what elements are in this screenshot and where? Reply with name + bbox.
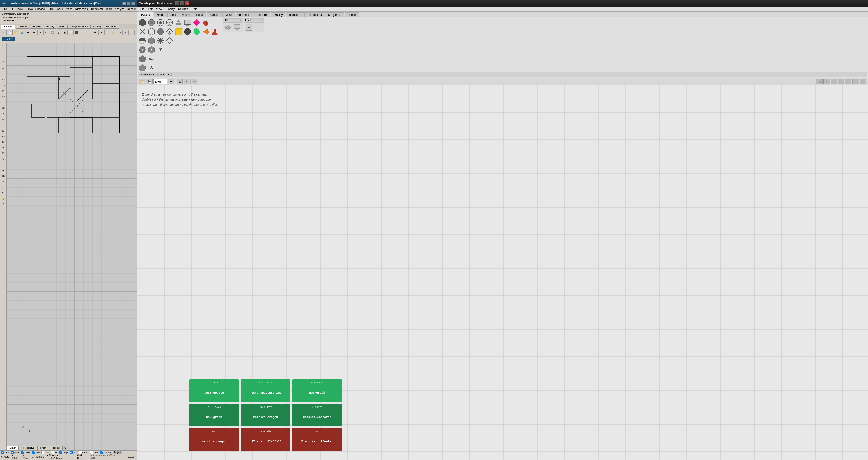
tool-cut[interactable]: ✂: [37, 30, 43, 35]
gh-param-circle1-icon[interactable]: [147, 18, 156, 27]
gh-param-upload-icon[interactable]: [174, 18, 183, 27]
rhino-tab-cplanes[interactable]: CPlanes: [16, 25, 29, 29]
gh-param-yellow-icon[interactable]: [174, 27, 183, 36]
gh-util-arrow-right-icon[interactable]: [223, 23, 232, 32]
tool-paste[interactable]: 📋: [50, 30, 55, 35]
snap-quad-checkbox[interactable]: [79, 451, 82, 454]
rhino-maximize-btn[interactable]: □: [127, 2, 130, 5]
gh-tile-dataset-generator[interactable]: > month DatasetGenerator: [292, 404, 342, 426]
gh-minimize-btn[interactable]: —: [176, 1, 180, 5]
gh-tab-sets[interactable]: Sets: [167, 12, 179, 17]
rhino-menu-transform[interactable]: Transform: [89, 7, 104, 11]
rhino-command-prompt[interactable]: Command:: [2, 19, 135, 22]
rhino-menu-subd[interactable]: SubD: [46, 7, 56, 11]
rhino-viewport-area[interactable]: y x: [6, 43, 137, 450]
rhino-tab-setview[interactable]: Set View: [30, 25, 43, 29]
rhino-menu-solid[interactable]: Solid: [56, 7, 64, 11]
gh-param-flask-icon[interactable]: [211, 27, 219, 36]
rhino-menu-dimension[interactable]: Dimension: [74, 7, 89, 11]
left-tool-offset[interactable]: ⊏: [1, 128, 6, 133]
snap-knot-checkbox[interactable]: [90, 451, 93, 454]
tool-copy[interactable]: ⧉: [43, 30, 49, 35]
rhino-menu-render[interactable]: Render: [126, 7, 137, 11]
rhino-menu-edit[interactable]: Edit: [8, 7, 16, 11]
snap-end[interactable]: End: [1, 451, 9, 454]
gh-canvas-open-btn[interactable]: 📂: [139, 79, 145, 84]
rhino-minimize-btn[interactable]: —: [122, 2, 126, 5]
snap-tan-checkbox[interactable]: [70, 451, 72, 454]
gh-tile-new-graph2[interactable]: 20.0 days new-graph: [189, 404, 239, 426]
gh-canvas-eraser-btn[interactable]: ✏: [192, 79, 197, 84]
gh-tab-kangaroo2[interactable]: Kangaroo2: [325, 12, 344, 17]
gh-tile-new-graph1[interactable]: 8.9 days new-graph: [292, 379, 342, 402]
tool-grid2[interactable]: ⊟: [98, 30, 104, 35]
gh-param-circle2-icon[interactable]: [156, 18, 165, 27]
gh-param-halfcircle-icon[interactable]: [138, 36, 147, 45]
gh-nav-forward-btn[interactable]: ▷: [831, 79, 837, 84]
rhino-menu-curve[interactable]: Curve: [24, 7, 34, 11]
gh-tab-transform[interactable]: Transform: [252, 12, 270, 17]
gh-param-display-icon[interactable]: [183, 18, 192, 27]
grid-snap-btn[interactable]: Grid Snap: [77, 454, 88, 459]
left-tool-extra[interactable]: ⋯: [1, 207, 6, 213]
gh-tile-metrics-oregon1[interactable]: 20.0 days metrics-oregon: [241, 404, 290, 426]
left-tool-select[interactable]: ↖: [1, 43, 6, 49]
rhino-menu-mesh[interactable]: Mesh: [64, 7, 74, 11]
gh-tab-human-ui[interactable]: Human UI: [286, 12, 304, 17]
snap-point-checkbox[interactable]: [21, 451, 24, 454]
left-tool-extend[interactable]: →: [1, 117, 6, 122]
left-tool-circle[interactable]: ○: [1, 71, 6, 77]
tool-undo[interactable]: ↩: [25, 30, 31, 35]
snap-cen[interactable]: Cen: [41, 451, 49, 454]
gh-geometry-tab[interactable]: Geometry ▼: [139, 73, 157, 76]
left-tool-mirror[interactable]: ⇔: [1, 133, 6, 139]
gh-menu-edit[interactable]: Edit: [146, 7, 154, 11]
gh-nav-circle2-btn[interactable]: ○: [852, 79, 859, 84]
left-tool-layer[interactable]: ≡: [1, 202, 6, 207]
gh-tile-metrics-oregon2[interactable]: > month metrics-oregon: [189, 428, 239, 451]
gh-tile-uszisov[interactable]: > month USZisov...22-08-18: [241, 428, 290, 451]
snap-end-checkbox[interactable]: [1, 451, 4, 454]
gh-param-hex-outline-icon[interactable]: [147, 27, 156, 36]
snap-quad[interactable]: Quad: [79, 451, 88, 454]
tool-cursor[interactable]: ↖: [1, 30, 6, 35]
tool-lock[interactable]: 🔒: [111, 30, 116, 35]
rhino-tab-display[interactable]: Display: [44, 25, 56, 29]
viewport-tab-perspektive[interactable]: Perspektive: [19, 446, 37, 450]
gh-util-arrow[interactable]: ▼: [240, 19, 242, 22]
gh-param-seven-icon[interactable]: 7: [156, 45, 165, 54]
gh-canvas[interactable]: Either drag a new component onto the can…: [137, 85, 868, 460]
gh-tab-heteroptera[interactable]: Heteroptera: [305, 12, 324, 17]
left-tool-text[interactable]: T: [1, 100, 6, 105]
rhino-menu-surface[interactable]: Surface: [34, 7, 46, 11]
viewport-tab-add[interactable]: ⊕: [63, 446, 68, 450]
snap-point[interactable]: Point: [21, 451, 30, 454]
tool-dim[interactable]: ↔: [104, 30, 110, 35]
gh-tab-params[interactable]: Params: [138, 12, 153, 17]
gh-param-diamond-outline-icon[interactable]: [165, 36, 174, 45]
left-tool-arc[interactable]: ◠: [1, 77, 6, 83]
snap-perp[interactable]: Perp: [59, 451, 68, 454]
rhino-tab-standard[interactable]: Standard: [1, 25, 16, 29]
rhino-tab-transform[interactable]: Transform: [104, 25, 119, 29]
gh-tab-maths[interactable]: Maths: [154, 12, 167, 17]
tool-window-select[interactable]: ⬜: [68, 30, 74, 35]
left-tool-trim[interactable]: ✂: [1, 111, 6, 116]
snap-mid-checkbox[interactable]: [32, 451, 35, 454]
left-tool-hatch[interactable]: ▦: [1, 105, 6, 111]
rhino-tab-visibility[interactable]: Visibility: [90, 25, 103, 29]
rhino-close-btn[interactable]: ✕: [131, 2, 135, 5]
gh-param-dark-circle-icon[interactable]: [183, 27, 192, 36]
left-tool-move[interactable]: ✦: [1, 145, 6, 150]
snap-near-checkbox[interactable]: [11, 451, 14, 454]
rhino-menu-file[interactable]: File: [1, 7, 8, 11]
left-tool-scale[interactable]: ↕: [1, 162, 6, 167]
left-tool-fillet[interactable]: ⌒: [1, 122, 6, 128]
gh-tile-exercise-center[interactable]: > month Exercise...lCenter: [292, 428, 342, 451]
gh-param-pink-icon[interactable]: [192, 18, 201, 27]
gh-menu-solution[interactable]: Solution: [176, 7, 190, 11]
viewport-tab-drauf[interactable]: Drauf: [6, 446, 19, 450]
gh-tab-human[interactable]: Human: [345, 12, 360, 17]
gh-tab-display[interactable]: Display: [271, 12, 285, 17]
gh-menu-help[interactable]: Help: [190, 7, 199, 11]
